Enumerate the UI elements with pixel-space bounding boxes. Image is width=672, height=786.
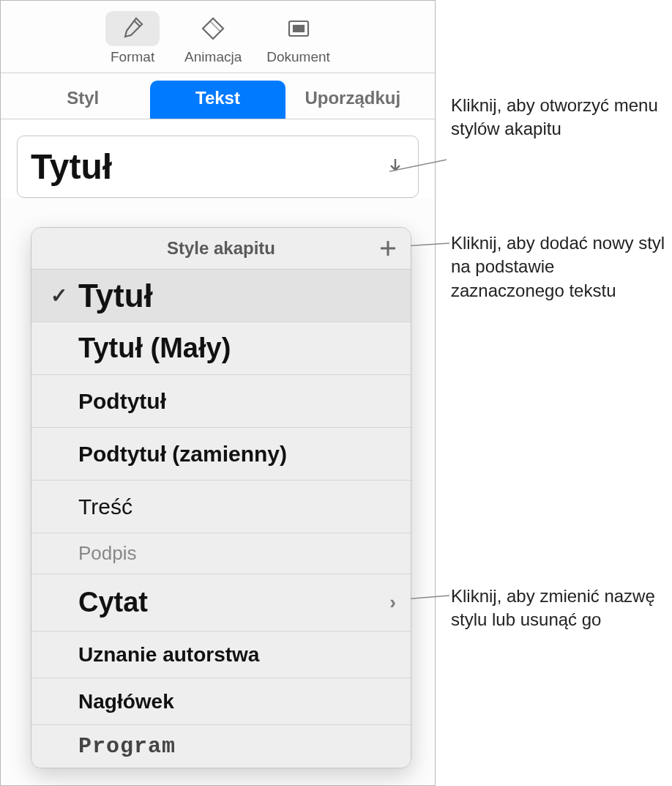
inspector-tabs: Styl Tekst Uporządkuj	[1, 73, 435, 119]
animation-tool[interactable]: Animacja	[184, 11, 242, 65]
paragraph-styles-popover: Style akapitu ✓ Tytuł Tytuł (Mały) Podty…	[31, 227, 411, 768]
style-label: Treść	[78, 494, 132, 519]
style-item-podtytul-zamienny[interactable]: Podtytuł (zamienny)	[31, 428, 411, 481]
add-style-button[interactable]	[376, 236, 400, 261]
svg-line-2	[389, 160, 447, 171]
style-label: Cytat	[78, 587, 148, 618]
tab-style[interactable]: Styl	[15, 81, 150, 119]
document-tool[interactable]: Dokument	[266, 11, 330, 65]
document-label: Dokument	[266, 49, 330, 65]
style-list: ✓ Tytuł Tytuł (Mały) Podtytuł Podtytuł (…	[31, 270, 411, 768]
chevron-right-icon[interactable]: ›	[389, 591, 396, 614]
callout-open-menu: Kliknij, aby otworzyć menu stylów akapit…	[451, 94, 671, 141]
style-item-tytul[interactable]: ✓ Tytuł	[31, 270, 411, 322]
svg-line-4	[404, 596, 449, 599]
format-tool[interactable]: Format	[105, 11, 160, 65]
style-item-tresc[interactable]: Treść	[31, 481, 411, 533]
callout-line	[404, 242, 452, 251]
format-label: Format	[111, 49, 154, 65]
style-label: Program	[78, 734, 176, 759]
animation-label: Animacja	[184, 49, 242, 65]
svg-rect-1	[294, 26, 304, 31]
style-item-program[interactable]: Program	[31, 725, 411, 768]
brush-icon	[105, 11, 160, 46]
check-icon: ✓	[51, 283, 67, 308]
style-item-cytat[interactable]: Cytat ›	[31, 574, 411, 631]
svg-line-3	[404, 243, 449, 246]
style-item-naglowek[interactable]: Nagłówek	[31, 678, 411, 725]
style-label: Tytuł (Mały)	[78, 333, 231, 364]
paragraph-style-current: Tytuł	[31, 147, 112, 187]
style-label: Tytuł	[78, 278, 153, 314]
popover-title: Style akapitu	[167, 238, 275, 259]
style-label: Uznanie autorstwa	[78, 643, 259, 667]
popover-header: Style akapitu	[31, 228, 411, 270]
callout-add-style: Kliknij, aby dodać nowy styl na podstawi…	[451, 231, 671, 303]
style-label: Podpis	[78, 542, 137, 565]
style-item-uznanie[interactable]: Uznanie autorstwa	[31, 631, 411, 678]
style-item-podpis[interactable]: Podpis	[31, 533, 411, 574]
style-label: Nagłówek	[78, 690, 174, 713]
style-label: Podtytuł	[78, 389, 166, 414]
style-item-podtytul[interactable]: Podtytuł	[31, 375, 411, 428]
tab-arrange[interactable]: Uporządkuj	[285, 81, 420, 119]
toolbar: Format Animacja Dokument	[1, 1, 435, 73]
paragraph-style-section: Tytuł	[1, 119, 435, 198]
tab-text[interactable]: Tekst	[150, 81, 285, 119]
diamond-icon	[186, 11, 240, 46]
callout-line	[389, 158, 454, 173]
callout-line	[404, 593, 452, 602]
style-label: Podtytuł (zamienny)	[78, 442, 287, 467]
callout-rename-delete: Kliknij, aby zmienić nazwę stylu lub usu…	[451, 585, 671, 632]
paragraph-style-dropdown[interactable]: Tytuł	[17, 136, 419, 198]
style-item-tytul-maly[interactable]: Tytuł (Mały)	[31, 322, 411, 375]
document-icon	[272, 11, 326, 46]
